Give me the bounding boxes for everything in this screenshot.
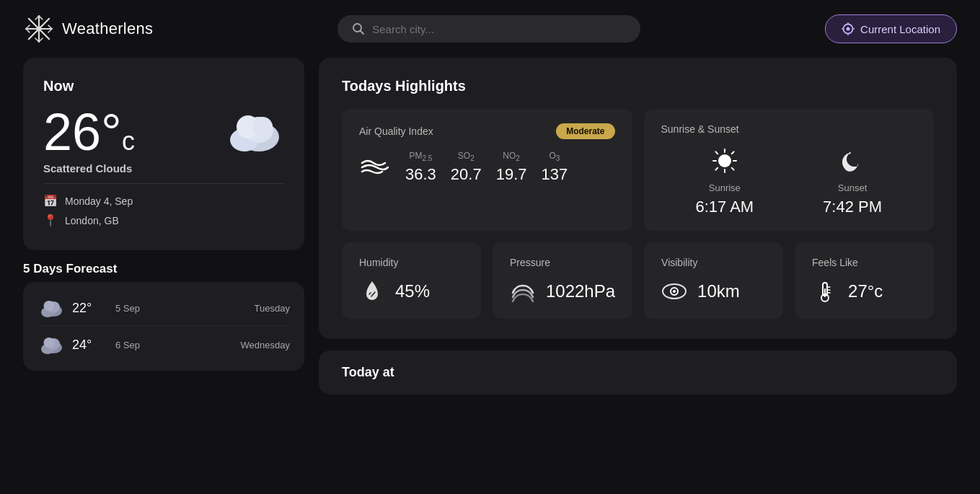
visibility-title: Visibility: [661, 257, 766, 268]
logo-icon: [23, 13, 55, 45]
forecast-row-2: 24° 6 Sep Wednesday: [37, 327, 290, 362]
pressure-content: 1022hPa: [510, 278, 615, 304]
svg-rect-50: [824, 288, 826, 297]
humidity-icon: [359, 278, 385, 304]
svg-line-41: [732, 151, 734, 154]
logo-text: Weatherlens: [62, 19, 153, 38]
location-target-icon: [842, 22, 855, 35]
sunrise-item: Sunrise 6:17 AM: [695, 146, 754, 216]
logo-area: Weatherlens: [23, 13, 153, 45]
search-bar[interactable]: [337, 15, 640, 43]
today-at-card: Today at: [319, 350, 957, 394]
svg-line-39: [715, 151, 718, 154]
now-label: Now: [43, 78, 284, 94]
aqi-no2: NO2 19.7: [496, 151, 527, 184]
metrics-row: Humidity 45% Pressure: [342, 242, 934, 319]
forecast-row-1: 22° 5 Sep Tuesday: [37, 291, 290, 326]
sunset-time: 7:42 PM: [823, 198, 882, 216]
left-panel: Now 26°c Scattered Clouds 📅 Monday 4, S: [23, 58, 304, 394]
forecast-cloud-icon-2: [37, 335, 63, 355]
svg-point-16: [847, 27, 850, 31]
svg-point-47: [673, 290, 676, 293]
forecast-card: 22° 5 Sep Tuesday 24° 6 Sep Wednesday: [23, 282, 304, 371]
right-panel: Todays Highlights Air Quality Index Mode…: [319, 58, 957, 394]
forecast-day-1: Tuesday: [255, 303, 290, 314]
svg-point-33: [44, 338, 55, 348]
sunrise-time: 6:17 AM: [695, 198, 754, 216]
now-card: Now 26°c Scattered Clouds 📅 Monday 4, S: [23, 58, 304, 250]
current-location-label: Current Location: [860, 23, 940, 35]
highlights-title: Todays Highlights: [342, 78, 934, 94]
svg-point-12: [37, 27, 42, 32]
highlights-card: Todays Highlights Air Quality Index Mode…: [319, 58, 957, 339]
svg-line-14: [361, 31, 364, 35]
forecast-temp-1: 22°: [72, 301, 107, 316]
humidity-value: 45%: [395, 281, 430, 301]
forecast-label: 5 Days Forecast: [23, 262, 304, 276]
aqi-values: PM2.5 36.3 SO2 20.7 NO2 19.7: [405, 151, 568, 184]
sun-row: Sunrise 6:17 AM Sunset 7:42 PM: [661, 146, 917, 216]
forecast-section: 5 Days Forecast 22° 5 Sep Tuesday: [23, 262, 304, 371]
sunrise-sunset-section: Sunrise & Sunset: [644, 109, 935, 231]
forecast-temp-2: 24°: [72, 338, 107, 353]
forecast-date-2: 6 Sep: [115, 340, 232, 350]
feels-like-content: 27°c: [812, 278, 917, 304]
sunrise-label: Sunrise: [709, 182, 741, 193]
search-icon: [352, 22, 365, 35]
aqi-section: Air Quality Index Moderate PM2.5: [342, 109, 632, 231]
thermometer-icon: [812, 278, 838, 304]
svg-line-40: [732, 168, 734, 170]
now-temp-row: 26°c: [43, 106, 284, 158]
forecast-cloud-icon-1: [37, 298, 63, 318]
visibility-value: 10km: [697, 281, 740, 301]
main-content: Now 26°c Scattered Clouds 📅 Monday 4, S: [0, 58, 980, 409]
svg-line-42: [715, 168, 718, 170]
pressure-icon: [510, 278, 536, 304]
visibility-card: Visibility 10km: [644, 242, 783, 319]
humidity-content: 45%: [359, 278, 464, 304]
weather-cloud-icon: [219, 107, 284, 157]
sunset-item: Sunset 7:42 PM: [823, 146, 882, 216]
forecast-date-1: 5 Sep: [115, 303, 246, 314]
date-row: 📅 Monday 4, Sep: [43, 194, 284, 208]
current-location-button[interactable]: Current Location: [825, 14, 957, 43]
svg-point-29: [44, 301, 55, 311]
pressure-card: Pressure 1022hPa: [493, 242, 632, 319]
svg-point-34: [718, 154, 731, 167]
calendar-icon: 📅: [43, 194, 58, 208]
sunset-icon: [836, 146, 868, 178]
sunrise-sunset-title: Sunrise & Sunset: [661, 123, 917, 135]
today-at-title: Today at: [342, 365, 934, 380]
feels-like-card: Feels Like 27°c: [795, 242, 934, 319]
visibility-content: 10km: [661, 278, 766, 304]
forecast-day-2: Wednesday: [241, 340, 290, 350]
pin-icon: 📍: [43, 213, 58, 227]
feels-like-title: Feels Like: [812, 257, 917, 268]
aqi-so2: SO2 20.7: [451, 151, 482, 184]
visibility-icon: [661, 278, 687, 304]
aqi-badge: Moderate: [556, 123, 614, 139]
now-temperature: 26°c: [43, 106, 135, 158]
now-date: Monday 4, Sep: [65, 195, 133, 207]
humidity-title: Humidity: [359, 257, 464, 268]
search-input[interactable]: [372, 23, 626, 35]
weather-description: Scattered Clouds: [43, 162, 284, 175]
wind-aqi-icon: [359, 151, 391, 183]
now-location: London, GB: [65, 215, 119, 226]
aqi-section-title: Air Quality Index Moderate: [359, 123, 615, 139]
header: Weatherlens Current Location: [0, 0, 980, 58]
sunset-label: Sunset: [838, 182, 867, 193]
feels-like-value: 27°c: [848, 281, 883, 301]
svg-point-25: [252, 117, 273, 137]
aqi-o3: O3 137: [541, 151, 568, 184]
pressure-title: Pressure: [510, 257, 615, 268]
aqi-pm25: PM2.5 36.3: [405, 151, 436, 184]
sunrise-icon: [709, 146, 741, 178]
pressure-value: 1022hPa: [546, 281, 615, 301]
humidity-card: Humidity 45%: [342, 242, 481, 319]
highlights-grid: Air Quality Index Moderate PM2.5: [342, 109, 934, 231]
location-row: 📍 London, GB: [43, 213, 284, 227]
aqi-data-row: PM2.5 36.3 SO2 20.7 NO2 19.7: [359, 151, 615, 184]
